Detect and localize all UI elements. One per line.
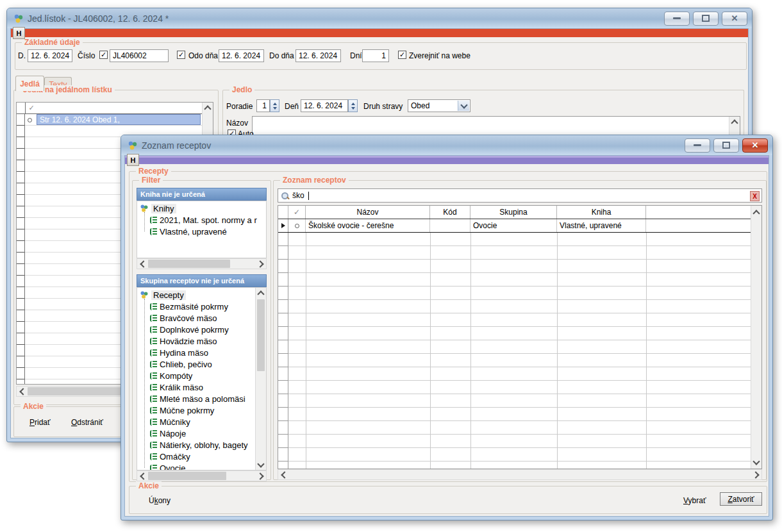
titlebar-jedlistok[interactable]: Jed.lístok - JL406002, 12. 6. 2024 * ✕ bbox=[7, 8, 752, 28]
tree-item-group[interactable]: Doplnkové pokrmy bbox=[150, 324, 256, 335]
scroll-left-button[interactable] bbox=[137, 471, 148, 481]
do-dna-input[interactable]: 12. 6. 2024 bbox=[295, 49, 341, 62]
tree-item-group[interactable]: Hovädzie mäso bbox=[150, 335, 256, 347]
close-icon: ✕ bbox=[752, 141, 759, 149]
tree-root-knihy[interactable]: Knihy bbox=[140, 203, 266, 214]
group-label: Zoznam receptov bbox=[280, 176, 349, 185]
desktop: { "back_window": { "title": "Jed.lístok … bbox=[0, 0, 782, 532]
tree-item-group[interactable]: Bravčové mäso bbox=[150, 312, 256, 324]
tree-item-group[interactable]: Múčne pokrmy bbox=[150, 404, 256, 416]
skupina-filter-header[interactable]: Skupina receptov nie je určená bbox=[137, 274, 267, 287]
scrollbar-thumb[interactable] bbox=[148, 472, 226, 480]
vybrat-action[interactable]: Vybrať bbox=[683, 496, 706, 505]
pridat-action[interactable]: Pridať bbox=[29, 418, 51, 427]
cell-nazov[interactable]: Školské ovocie - čerešne bbox=[306, 219, 430, 232]
group-label: Základné údaje bbox=[22, 38, 83, 47]
selected-option: Obed bbox=[411, 101, 429, 110]
table-vscrollbar[interactable] bbox=[751, 206, 761, 469]
row-check-cell[interactable] bbox=[288, 219, 306, 232]
tree-root-recepty[interactable]: Recepty bbox=[140, 289, 256, 301]
scrollbar-thumb[interactable] bbox=[257, 299, 265, 371]
tree-item-group[interactable]: Bezmäsité pokrmy bbox=[150, 301, 256, 312]
tree-item-group[interactable]: Nápoje bbox=[150, 428, 256, 439]
column-header-nazov[interactable]: Názov bbox=[306, 206, 430, 219]
den-spinner[interactable] bbox=[348, 99, 358, 112]
date-d-input[interactable]: 12. 6. 2024 bbox=[28, 49, 72, 62]
tree-item-label: Vlastné, upravené bbox=[160, 227, 227, 237]
scrollbar-thumb[interactable] bbox=[148, 260, 230, 268]
scroll-right-button[interactable] bbox=[751, 470, 761, 479]
chevron-left-icon bbox=[281, 471, 288, 478]
tree-item-group[interactable]: Omáčky bbox=[150, 451, 256, 462]
knihy-hscrollbar[interactable] bbox=[137, 258, 267, 269]
column-header-kod[interactable]: Kód bbox=[430, 206, 470, 219]
group-label: Jedlo bbox=[229, 85, 254, 94]
selected-meal-text[interactable]: Str 12. 6. 2024 Obed 1, bbox=[37, 114, 201, 125]
tree-item-group[interactable]: Múčniky bbox=[150, 416, 256, 428]
selected-meal-row[interactable]: Str 12. 6. 2024 Obed 1, bbox=[17, 114, 202, 126]
help-button[interactable]: H bbox=[13, 27, 25, 39]
dropdown-button[interactable] bbox=[458, 101, 469, 111]
tree-item-group[interactable]: Chlieb, pečivo bbox=[150, 358, 256, 370]
zatvorit-button[interactable]: Zatvoriť bbox=[720, 492, 762, 506]
cell-kod[interactable] bbox=[430, 219, 470, 232]
scroll-down-button[interactable] bbox=[256, 460, 266, 470]
poradie-spinner[interactable] bbox=[270, 99, 279, 112]
recipe-row-selected[interactable]: Školské ovocie - čerešne Ovocie Vlastné,… bbox=[278, 219, 751, 233]
minimize-button[interactable] bbox=[685, 138, 710, 153]
scroll-left-button[interactable] bbox=[278, 470, 289, 479]
recepty-tree: Recepty Bezmäsité pokrmy Bravčové mäso D… bbox=[137, 287, 267, 470]
help-button[interactable]: H bbox=[127, 154, 139, 166]
tree-item-group[interactable]: Ovocie bbox=[150, 462, 256, 470]
recepty-hscrollbar[interactable] bbox=[137, 470, 267, 481]
tree-item-group[interactable]: Mleté mäso a polomäsi bbox=[150, 393, 256, 404]
tree-item-group[interactable]: Nátierky, oblohy, bagety bbox=[150, 439, 256, 451]
kniha-filter-header[interactable]: Kniha nie je určená bbox=[137, 188, 267, 201]
tab-jedla[interactable]: Jedlá bbox=[15, 76, 44, 91]
knihy-tree: Knihy 2021, Mat. spot. normy a r Vlastné… bbox=[137, 201, 267, 258]
scroll-up-button[interactable] bbox=[729, 117, 740, 127]
odstranit-action[interactable]: Odstrániť bbox=[71, 418, 103, 427]
maximize-button[interactable] bbox=[713, 138, 739, 153]
den-input[interactable]: 12. 6. 2024 bbox=[301, 99, 348, 112]
scroll-left-button[interactable] bbox=[17, 387, 28, 396]
poradie-input[interactable]: 1 bbox=[256, 99, 270, 112]
scroll-left-button[interactable] bbox=[137, 259, 148, 269]
scroll-right-button[interactable] bbox=[255, 259, 266, 269]
scroll-up-button[interactable] bbox=[751, 207, 761, 217]
close-button[interactable]: ✕ bbox=[742, 138, 768, 153]
cislo-checkbox[interactable] bbox=[99, 51, 108, 59]
druh-stravy-select[interactable]: Obed bbox=[408, 99, 470, 112]
scroll-down-button[interactable] bbox=[751, 457, 761, 467]
tree-item-book[interactable]: Vlastné, upravené bbox=[150, 226, 266, 237]
column-header-kniha[interactable]: Kniha bbox=[557, 206, 646, 219]
scroll-up-button[interactable] bbox=[256, 288, 266, 298]
table-hscrollbar[interactable] bbox=[278, 469, 762, 480]
close-button[interactable]: ✕ bbox=[722, 12, 747, 26]
clear-search-button[interactable]: X bbox=[750, 191, 760, 201]
tree-item-group[interactable]: Kompóty bbox=[150, 370, 256, 381]
row-marker-header bbox=[278, 206, 288, 219]
cislo-label: Číslo bbox=[78, 51, 95, 60]
cislo-input[interactable]: JL406002 bbox=[110, 49, 169, 62]
tree-item-book[interactable]: 2021, Mat. spot. normy a r bbox=[150, 214, 266, 226]
cell-kniha[interactable]: Vlastné, upravené bbox=[557, 219, 646, 232]
minimize-button[interactable] bbox=[664, 12, 690, 26]
tree-item-group[interactable]: Králik mäso bbox=[150, 381, 256, 393]
search-input[interactable]: ško X bbox=[278, 188, 762, 203]
tree-item-group[interactable]: Hydina mäso bbox=[150, 347, 256, 358]
ukony-action[interactable]: Úkony bbox=[149, 496, 171, 505]
cell-skupina[interactable]: Ovocie bbox=[470, 219, 557, 232]
zverejnit-checkbox[interactable] bbox=[398, 51, 406, 59]
recepty-tree-vscrollbar[interactable] bbox=[255, 288, 266, 470]
odo-dna-checkbox[interactable] bbox=[177, 51, 185, 59]
dni-input[interactable]: 1 bbox=[362, 49, 389, 62]
scroll-right-button[interactable] bbox=[255, 471, 266, 481]
client-area-zoznam: H Recepty Filter Kniha nie je určená Kni… bbox=[124, 155, 769, 517]
column-header-skupina[interactable]: Skupina bbox=[470, 206, 557, 219]
maximize-button[interactable] bbox=[693, 12, 719, 26]
recipes-table-body[interactable]: Školské ovocie - čerešne Ovocie Vlastné,… bbox=[278, 219, 751, 469]
titlebar-zoznam[interactable]: Zoznam receptov ✕ bbox=[121, 135, 772, 155]
scroll-up-button[interactable] bbox=[203, 103, 213, 113]
odo-dna-input[interactable]: 12. 6. 2024 bbox=[219, 49, 264, 62]
